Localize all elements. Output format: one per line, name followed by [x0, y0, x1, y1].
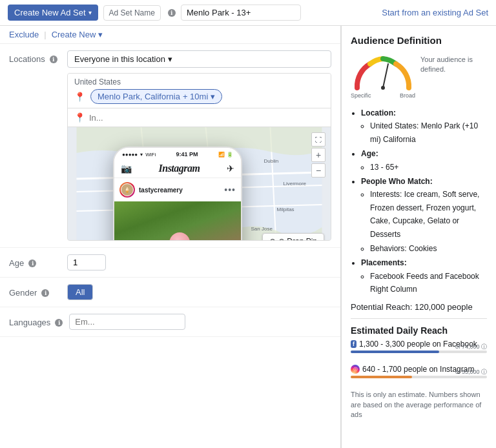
languages-section: Languages ℹ: [0, 307, 340, 337]
map-controls: ⛶ + −: [311, 132, 326, 178]
audience-placements-item: Placements: Facebook Feeds and Facebook …: [361, 256, 487, 296]
location-input-line: 📍: [68, 108, 331, 127]
send-icon: ✈: [227, 163, 234, 174]
audience-location-item: Location: United States: Menlo Park (+10…: [361, 107, 487, 146]
instagram-header: 📷 Instagram ✈: [114, 159, 241, 178]
audience-definition-title: Audience Definition: [351, 35, 487, 46]
age-section: Age ℹ: [0, 248, 340, 278]
svg-text:Milpitas: Milpitas: [277, 207, 294, 212]
audience-note: Your audience is defined.: [420, 52, 487, 75]
age-content: [67, 254, 331, 270]
dropdown-chevron-icon: ▾: [168, 54, 172, 64]
svg-point-16: [381, 86, 385, 90]
country-label: United States: [74, 77, 324, 87]
instagram-reach-bar: [351, 376, 412, 378]
map-background: Dublin Livermore Milpitas San Jose Campb…: [68, 127, 331, 241]
locations-section: Locations ℹ Everyone in this location ▾ …: [0, 44, 340, 248]
start-existing-link[interactable]: Start from an existing Ad Set: [382, 8, 488, 17]
create-ad-set-button[interactable]: Create New Ad Set ▾: [8, 5, 98, 21]
camera-icon: 📷: [121, 163, 132, 174]
instagram-circle-icon: ◎: [351, 365, 360, 374]
svg-line-15: [383, 64, 388, 88]
svg-text:San Jose: San Jose: [251, 226, 273, 232]
languages-input[interactable]: [69, 314, 185, 330]
map-container: United States 📍 Menlo Park, California +…: [67, 73, 331, 241]
location-dropdown[interactable]: Everyone in this location ▾: [67, 50, 331, 68]
chevron-down-icon: ▾: [88, 9, 92, 16]
age-value: 13 - 65+: [370, 161, 487, 174]
phone-mockup: ●●●●● ▾ WiFi 9:41 PM 📶 🔋: [113, 147, 242, 241]
user-avatar: 🍦: [119, 182, 135, 198]
main-layout: Exclude | Create New ▾ Locations ℹ Every…: [0, 26, 496, 448]
drop-pin-button[interactable]: ⊙ ⊙ Drop Pin: [262, 233, 324, 241]
gender-all-button[interactable]: All: [67, 284, 93, 300]
phone-time: 9:41 PM: [176, 151, 198, 158]
facebook-icon: f: [351, 340, 356, 348]
gender-section: Gender ℹ All: [0, 278, 340, 307]
avatar-inner: 🍦: [121, 183, 134, 196]
estimated-reach-title: Estimated Daily Reach: [351, 318, 487, 336]
location-search-input[interactable]: [89, 113, 324, 123]
ad-set-name-info-icon: ℹ: [168, 9, 176, 17]
audience-match-item: People Who Match: Interests: Ice cream, …: [361, 175, 487, 255]
left-panel: Exclude | Create New ▾ Locations ℹ Every…: [0, 26, 341, 448]
signal-area: ●●●●● ▾ WiFi: [122, 152, 156, 158]
location-tag: Menlo Park, California + 10mi ▾: [90, 89, 222, 104]
map-fullscreen-button[interactable]: ⛶: [311, 132, 326, 147]
create-ad-label: Create New Ad Set: [14, 8, 86, 17]
instagram-reach-max: of 55,000 ⓘ: [455, 368, 487, 376]
location-pin-icon: 📍: [74, 92, 85, 102]
facebook-reach-max: of 74,000 ⓘ: [455, 343, 487, 351]
languages-content: [69, 314, 331, 330]
gauge-area: Specific Broad Your audience is defined.: [351, 52, 487, 99]
gender-label: Gender ℹ: [9, 284, 61, 298]
age-info-icon: ℹ: [28, 260, 36, 267]
audience-age-item: Age: 13 - 65+: [361, 147, 487, 174]
post-header: 🍦 tastycreamery •••: [114, 178, 241, 201]
post-more-icon: •••: [224, 185, 236, 195]
app-container: Create New Ad Set ▾ Ad Set Name ℹ Start …: [0, 0, 496, 448]
location-input-box: United States 📍 Menlo Park, California +…: [68, 74, 331, 108]
age-label: Age ℹ: [9, 254, 61, 268]
locations-content: Everyone in this location ▾ United State…: [67, 50, 331, 241]
locations-info-icon: ℹ: [50, 56, 57, 63]
search-pin-icon: 📍: [74, 112, 85, 123]
drop-pin-icon: ⊙: [269, 237, 276, 241]
instagram-logo: Instagram: [159, 163, 200, 174]
gauge-specific-label: Specific: [351, 92, 371, 99]
gauge-labels: Specific Broad: [351, 92, 415, 99]
header: Create New Ad Set ▾ Ad Set Name ℹ Start …: [0, 0, 496, 26]
potential-reach: Potential Reach: 120,000 people: [351, 302, 487, 312]
gender-info-icon: ℹ: [41, 289, 49, 297]
phone-battery: 📶 🔋: [218, 152, 233, 158]
phone-status-bar: ●●●●● ▾ WiFi 9:41 PM 📶 🔋: [114, 148, 241, 159]
locations-label: Locations ℹ: [9, 50, 61, 64]
post-image: [114, 201, 241, 241]
map-zoom-in-button[interactable]: +: [311, 148, 326, 162]
age-input[interactable]: [67, 254, 106, 270]
header-left: Create New Ad Set ▾ Ad Set Name ℹ: [8, 5, 301, 21]
facebook-reach-bar: [351, 351, 439, 353]
instagram-reach-row: ◎ 640 - 1,700 people on Instagram of 55,…: [351, 365, 487, 385]
interests-value: Interests: Ice cream, Soft serve, Frozen…: [370, 188, 487, 241]
header-right: Start from an existing Ad Set: [382, 8, 488, 17]
instagram-reach-bar-container: of 55,000 ⓘ: [351, 376, 487, 378]
facebook-reach-bar-container: of 74,000 ⓘ: [351, 351, 487, 353]
audience-list: Location: United States: Menlo Park (+10…: [351, 107, 487, 296]
gauge-broad-label: Broad: [400, 92, 415, 99]
gender-content: All: [67, 284, 331, 300]
placements-value: Facebook Feeds and Facebook Right Column: [370, 270, 487, 296]
facebook-reach-row: f 1,300 - 3,300 people on Facebook of 74…: [351, 340, 487, 360]
map-zoom-out-button[interactable]: −: [311, 163, 326, 178]
behaviors-value: Behaviors: Cookies: [370, 242, 487, 255]
exclude-link[interactable]: Exclude: [9, 30, 39, 39]
create-new-link[interactable]: Create New ▾: [52, 30, 103, 39]
right-panel: Audience Definition: [341, 26, 496, 448]
svg-text:Dublin: Dublin: [264, 158, 279, 164]
separator: |: [44, 30, 46, 39]
svg-text:Livermore: Livermore: [284, 181, 307, 187]
languages-info-icon: ℹ: [55, 319, 63, 327]
ad-set-name-label: Ad Set Name: [103, 5, 161, 21]
ad-set-name-input[interactable]: [181, 5, 301, 21]
audience-gauge: [351, 52, 415, 91]
